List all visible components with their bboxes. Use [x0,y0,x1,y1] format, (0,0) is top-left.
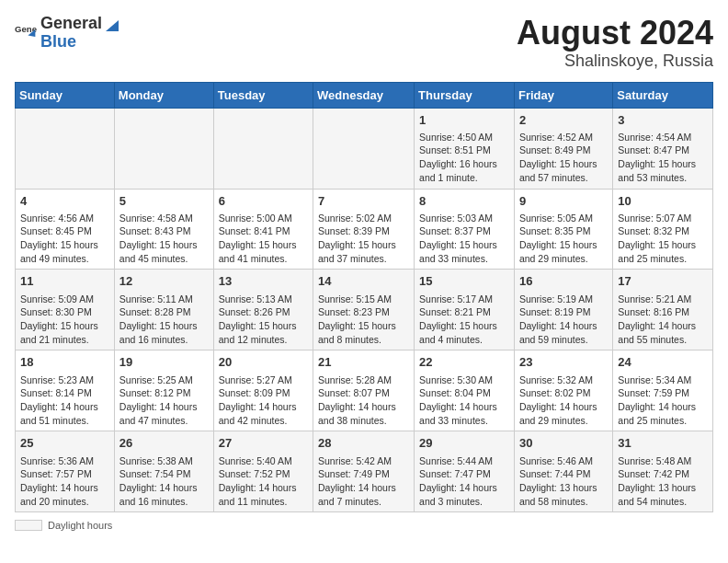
calendar-cell: 27Sunrise: 5:40 AM Sunset: 7:52 PM Dayli… [213,431,313,512]
calendar-cell: 5Sunrise: 4:58 AM Sunset: 8:43 PM Daylig… [114,189,213,270]
calendar-week-row: 1Sunrise: 4:50 AM Sunset: 8:51 PM Daylig… [16,108,713,189]
calendar-cell: 13Sunrise: 5:13 AM Sunset: 8:26 PM Dayli… [213,270,313,350]
day-info: Sunrise: 5:44 AM Sunset: 7:47 PM Dayligh… [419,454,509,509]
calendar-cell: 18Sunrise: 5:23 AM Sunset: 8:14 PM Dayli… [16,350,115,431]
day-number: 19 [119,354,209,371]
calendar-week-row: 18Sunrise: 5:23 AM Sunset: 8:14 PM Dayli… [16,350,713,431]
weekday-header-tuesday: Tuesday [213,82,313,108]
calendar-cell: 3Sunrise: 4:54 AM Sunset: 8:47 PM Daylig… [613,108,713,189]
calendar-cell: 4Sunrise: 4:56 AM Sunset: 8:45 PM Daylig… [16,189,115,270]
day-number: 3 [618,112,708,129]
calendar-cell: 16Sunrise: 5:19 AM Sunset: 8:19 PM Dayli… [514,270,612,350]
day-info: Sunrise: 5:30 AM Sunset: 8:04 PM Dayligh… [419,373,509,428]
calendar-cell: 10Sunrise: 5:07 AM Sunset: 8:32 PM Dayli… [613,189,713,270]
calendar-cell: 24Sunrise: 5:34 AM Sunset: 7:59 PM Dayli… [613,350,713,431]
day-number: 29 [419,435,509,452]
day-number: 20 [219,354,308,371]
calendar-table: SundayMondayTuesdayWednesdayThursdayFrid… [15,82,713,513]
logo: General General Blue [15,15,120,52]
day-number: 18 [20,354,109,371]
day-info: Sunrise: 5:19 AM Sunset: 8:19 PM Dayligh… [519,293,608,347]
day-number: 10 [618,193,708,210]
day-info: Sunrise: 4:52 AM Sunset: 8:49 PM Dayligh… [519,131,608,185]
day-info: Sunrise: 5:17 AM Sunset: 8:21 PM Dayligh… [419,293,509,347]
day-info: Sunrise: 5:46 AM Sunset: 7:44 PM Dayligh… [519,454,608,509]
calendar-cell: 2Sunrise: 4:52 AM Sunset: 8:49 PM Daylig… [514,108,612,189]
day-number: 25 [20,435,109,452]
day-info: Sunrise: 5:40 AM Sunset: 7:52 PM Dayligh… [219,454,308,509]
calendar-cell: 15Sunrise: 5:17 AM Sunset: 8:21 PM Dayli… [415,270,515,350]
calendar-cell: 20Sunrise: 5:27 AM Sunset: 8:09 PM Dayli… [213,350,313,431]
calendar-cell [114,108,213,189]
day-number: 5 [119,193,209,210]
day-info: Sunrise: 4:56 AM Sunset: 8:45 PM Dayligh… [20,212,109,266]
day-info: Sunrise: 5:02 AM Sunset: 8:39 PM Dayligh… [318,212,409,266]
day-number: 6 [219,193,308,210]
calendar-cell: 21Sunrise: 5:28 AM Sunset: 8:07 PM Dayli… [313,350,415,431]
logo-icon: General [15,22,37,44]
day-number: 24 [618,354,708,371]
day-info: Sunrise: 5:21 AM Sunset: 8:16 PM Dayligh… [618,293,708,347]
day-info: Sunrise: 5:03 AM Sunset: 8:37 PM Dayligh… [419,212,509,266]
day-info: Sunrise: 5:48 AM Sunset: 7:42 PM Dayligh… [618,454,708,509]
day-number: 22 [419,354,509,371]
weekday-header-thursday: Thursday [415,82,515,108]
day-number: 9 [519,193,608,210]
calendar-cell: 30Sunrise: 5:46 AM Sunset: 7:44 PM Dayli… [514,431,612,512]
calendar-cell: 12Sunrise: 5:11 AM Sunset: 8:28 PM Dayli… [114,270,213,350]
day-number: 16 [519,273,608,290]
day-number: 14 [318,273,409,290]
calendar-cell: 19Sunrise: 5:25 AM Sunset: 8:12 PM Dayli… [114,350,213,431]
day-number: 2 [519,112,608,129]
day-number: 1 [419,112,509,129]
calendar-cell: 14Sunrise: 5:15 AM Sunset: 8:23 PM Dayli… [313,270,415,350]
calendar-cell: 8Sunrise: 5:03 AM Sunset: 8:37 PM Daylig… [415,189,515,270]
calendar-cell [313,108,415,189]
calendar-cell: 1Sunrise: 4:50 AM Sunset: 8:51 PM Daylig… [415,108,515,189]
calendar-cell: 28Sunrise: 5:42 AM Sunset: 7:49 PM Dayli… [313,431,415,512]
calendar-cell: 26Sunrise: 5:38 AM Sunset: 7:54 PM Dayli… [114,431,213,512]
day-info: Sunrise: 4:50 AM Sunset: 8:51 PM Dayligh… [419,131,509,185]
day-info: Sunrise: 5:25 AM Sunset: 8:12 PM Dayligh… [119,373,209,428]
day-number: 12 [119,273,209,290]
calendar-week-row: 11Sunrise: 5:09 AM Sunset: 8:30 PM Dayli… [16,270,713,350]
calendar-cell: 11Sunrise: 5:09 AM Sunset: 8:30 PM Dayli… [16,270,115,350]
calendar-cell [213,108,313,189]
day-info: Sunrise: 5:42 AM Sunset: 7:49 PM Dayligh… [318,454,409,509]
calendar-cell: 9Sunrise: 5:05 AM Sunset: 8:35 PM Daylig… [514,189,612,270]
page-header: General General Blue August 2024 Shalins… [15,15,713,71]
weekday-header-sunday: Sunday [16,82,115,108]
logo-general: General [40,15,102,33]
day-info: Sunrise: 4:58 AM Sunset: 8:43 PM Dayligh… [119,212,209,266]
day-info: Sunrise: 5:36 AM Sunset: 7:57 PM Dayligh… [20,454,109,509]
footer-note: Daylight hours [15,520,713,531]
day-info: Sunrise: 5:28 AM Sunset: 8:07 PM Dayligh… [318,373,409,428]
day-number: 27 [219,435,308,452]
day-info: Sunrise: 5:00 AM Sunset: 8:41 PM Dayligh… [219,212,308,266]
svg-marker-2 [106,20,119,31]
calendar-cell: 6Sunrise: 5:00 AM Sunset: 8:41 PM Daylig… [213,189,313,270]
day-number: 30 [519,435,608,452]
day-number: 7 [318,193,409,210]
calendar-week-row: 25Sunrise: 5:36 AM Sunset: 7:57 PM Dayli… [16,431,713,512]
logo-triangle-icon [104,17,120,33]
weekday-header-monday: Monday [114,82,213,108]
day-info: Sunrise: 5:38 AM Sunset: 7:54 PM Dayligh… [119,454,209,509]
calendar-cell [16,108,115,189]
location-subtitle: Shalinskoye, Russia [517,52,713,71]
weekday-header-wednesday: Wednesday [313,82,415,108]
calendar-week-row: 4Sunrise: 4:56 AM Sunset: 8:45 PM Daylig… [16,189,713,270]
day-number: 28 [318,435,409,452]
calendar-cell: 17Sunrise: 5:21 AM Sunset: 8:16 PM Dayli… [613,270,713,350]
day-info: Sunrise: 5:09 AM Sunset: 8:30 PM Dayligh… [20,293,109,347]
calendar-cell: 31Sunrise: 5:48 AM Sunset: 7:42 PM Dayli… [613,431,713,512]
day-info: Sunrise: 5:07 AM Sunset: 8:32 PM Dayligh… [618,212,708,266]
daylight-swatch [15,520,42,531]
day-number: 17 [618,273,708,290]
weekday-header-friday: Friday [514,82,612,108]
day-info: Sunrise: 5:05 AM Sunset: 8:35 PM Dayligh… [519,212,608,266]
day-info: Sunrise: 5:27 AM Sunset: 8:09 PM Dayligh… [219,373,308,428]
calendar-cell: 7Sunrise: 5:02 AM Sunset: 8:39 PM Daylig… [313,189,415,270]
day-number: 4 [20,193,109,210]
calendar-cell: 22Sunrise: 5:30 AM Sunset: 8:04 PM Dayli… [415,350,515,431]
